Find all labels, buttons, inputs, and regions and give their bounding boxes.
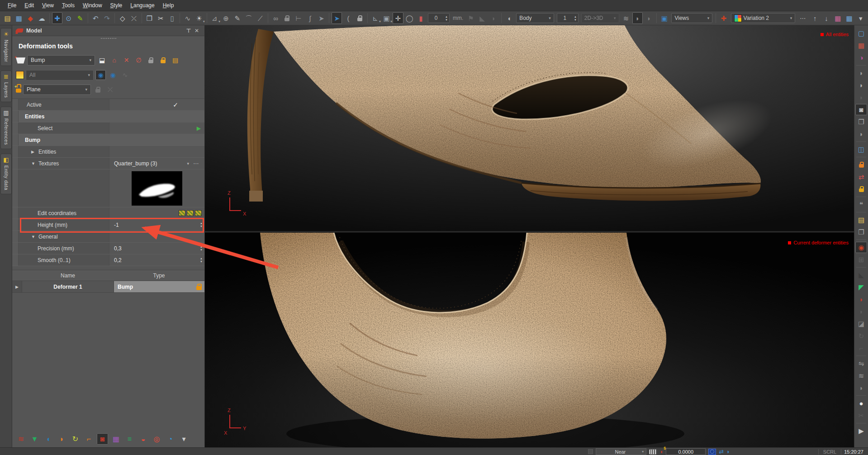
menu-item[interactable]: Language — [126, 0, 158, 11]
menu-item[interactable]: Help — [159, 0, 178, 11]
curve-add-icon[interactable]: ∫ — [305, 12, 315, 24]
property-row-entities[interactable]: ▶Entities — [12, 146, 204, 158]
grid-transform-icon[interactable]: ⊞ — [855, 254, 867, 265]
section-header-bump[interactable]: Bump — [12, 134, 204, 146]
offset-spinner[interactable]: ▲▼ — [444, 15, 449, 21]
deformer-type-dropdown[interactable]: Bump▾ — [27, 55, 95, 66]
bump-tool-icon[interactable]: ◙ — [97, 433, 108, 445]
textures-more-button[interactable]: ⋯ — [193, 160, 199, 167]
offset-spinbox[interactable]: 0 ▲▼ — [428, 13, 450, 23]
lock-view-2-icon[interactable] — [855, 183, 867, 195]
coordinate-value[interactable]: 0.0000 — [666, 448, 706, 455]
add-deformer-icon[interactable]: + — [16, 57, 25, 64]
shoe-dark-icon[interactable]: ◗ — [632, 12, 643, 24]
curve-edit-icon[interactable]: ⌒ — [243, 12, 254, 24]
variation-down-icon[interactable]: ↓ — [821, 12, 831, 24]
pressure-icon[interactable]: ▮ — [416, 12, 426, 24]
pin-icon[interactable]: ⊤ — [185, 28, 193, 34]
lock-tool-icon[interactable] — [355, 12, 365, 24]
deformer-type[interactable]: Bump — [118, 284, 133, 290]
lock-icon[interactable] — [146, 55, 156, 65]
property-row-active[interactable]: Active ✓ — [12, 99, 204, 111]
deformer-settings-icon[interactable]: ▤ — [170, 55, 180, 65]
measure-disabled-icon[interactable]: ✂ — [855, 410, 867, 421]
expand-icon[interactable]: ▶ — [31, 150, 38, 154]
sole-textured-icon[interactable]: ◗ — [855, 80, 867, 91]
comment-icon[interactable]: ❝ — [855, 199, 867, 210]
lock-selected-icon[interactable] — [158, 55, 168, 65]
smooth-spinner[interactable]: ▲▼ — [200, 257, 203, 263]
cloud-save-icon[interactable]: ☁ — [37, 12, 47, 24]
sole-gray-icon[interactable]: ◗ — [855, 306, 867, 317]
remove-deformer-icon[interactable]: ⬓ — [97, 55, 107, 65]
isolate-deformer-icon[interactable]: ⌂ — [109, 55, 119, 65]
point-light-icon[interactable]: ☀ — [194, 12, 204, 24]
sole-3-icon[interactable]: ◗ — [855, 382, 867, 394]
collapse-icon[interactable]: ▼ — [31, 161, 38, 166]
menu-item[interactable]: Style — [106, 0, 127, 11]
transfer-lock-icon[interactable]: ⇄ — [855, 171, 867, 183]
textures-value[interactable]: Quarter_bump (3) — [114, 160, 157, 167]
row-expand-icon[interactable]: ▶ — [12, 281, 22, 292]
last-dark-icon[interactable]: ◣ — [855, 269, 867, 281]
section-header-entities[interactable]: Entities — [12, 111, 204, 122]
bottom-more-icon[interactable]: ▾ — [178, 433, 190, 445]
lightbulb-icon[interactable]: ● — [855, 398, 867, 409]
variation-up-icon[interactable]: ↑ — [810, 12, 820, 24]
materials-icon[interactable]: ≋ — [15, 433, 27, 445]
pan-tool-icon[interactable]: ✚ — [52, 12, 62, 24]
views-dropdown[interactable]: Views▾ — [671, 13, 712, 23]
lock-icon[interactable] — [196, 286, 202, 290]
offset-value[interactable]: 0 — [428, 15, 444, 21]
show-texture-icon[interactable]: ◉ — [108, 70, 118, 80]
lasso-tool-icon[interactable]: ◯ — [404, 12, 415, 24]
sync-icon[interactable]: ⇄ — [719, 449, 724, 455]
rotate-disabled-icon[interactable]: ↻ — [855, 330, 867, 342]
property-row-smooth[interactable]: Smooth (0..1) 0,2 ▲▼ — [12, 254, 204, 266]
last-green-icon[interactable]: ◤ — [855, 281, 867, 293]
shoe-flip-icon[interactable]: ⇋ — [855, 358, 867, 369]
precision-value[interactable]: 0,3 — [114, 245, 122, 252]
smooth-value[interactable]: 0,2 — [114, 257, 122, 263]
arc-tool-icon[interactable]: ( — [343, 12, 353, 24]
snapshot-icon[interactable]: ◎ — [151, 433, 162, 445]
sole-plain-icon[interactable]: ◗ — [855, 67, 867, 79]
show-deformer-icon[interactable]: ◉ — [95, 70, 106, 80]
split-view-icon[interactable]: ◫ — [855, 144, 867, 155]
add-palette-icon[interactable]: ▦ — [833, 12, 843, 24]
cut-icon[interactable]: ✂ — [156, 12, 166, 24]
sole-icon[interactable]: ◗ — [489, 12, 499, 24]
count-spinbox[interactable]: 1 ▲▼ — [557, 13, 579, 23]
property-row-precision[interactable]: Precision (mm) 0,3 ▲▼ — [12, 243, 204, 254]
window-view-icon[interactable]: ▢ — [855, 28, 867, 39]
collapse-icon[interactable]: ▼ — [31, 235, 38, 239]
show-graph-icon[interactable]: ∿ — [120, 70, 130, 80]
viewport-top-view[interactable]: All entities Z X — [205, 25, 854, 231]
show-entities-icon[interactable]: ◉ — [855, 242, 867, 253]
insole-tool-icon[interactable]: ◗ — [56, 433, 67, 445]
zoom-tool-icon[interactable]: ⊙ — [63, 12, 74, 24]
viewport-bottom-view[interactable]: Current deformer entities Z Y X — [205, 233, 854, 447]
grid-shoe-icon[interactable]: ▦ — [855, 40, 867, 51]
sole-tool-icon[interactable]: ◖ — [43, 433, 54, 445]
panel-splitter[interactable] — [12, 36, 204, 41]
plane-expand-icon[interactable]: ⤫ — [105, 84, 115, 94]
heel-disabled-icon[interactable]: ⌐ — [855, 342, 867, 354]
disable-deformer-icon[interactable]: ∅ — [133, 55, 144, 65]
property-row-height[interactable]: Height (mm) -1 ▲▼ — [12, 219, 204, 231]
active-checkbox[interactable]: ✓ — [173, 101, 178, 108]
link-curves-icon[interactable]: ∞ — [270, 12, 281, 24]
uv-scale-icon[interactable] — [195, 210, 202, 216]
add-variation-icon[interactable]: ✚ — [718, 12, 729, 24]
toolbar-more-icon[interactable]: ▾ — [855, 12, 866, 24]
undo-icon[interactable]: ↶ — [90, 12, 101, 24]
property-row-select[interactable]: Select ▶ — [12, 122, 204, 134]
tab-entity-data[interactable]: ◧ Entity data — [0, 154, 12, 194]
menu-item[interactable]: Window — [79, 0, 106, 11]
shoe-light-icon[interactable]: ◗ — [644, 12, 654, 24]
axes-tool-icon[interactable]: ⊾ — [370, 12, 380, 24]
sole-faint-icon[interactable]: ◗ — [855, 92, 867, 103]
open-file-icon[interactable]: ▤ — [2, 12, 13, 24]
rotate-part-icon[interactable]: ↻ — [70, 433, 81, 445]
price-shoe-icon[interactable]: ◖$ — [659, 449, 663, 455]
